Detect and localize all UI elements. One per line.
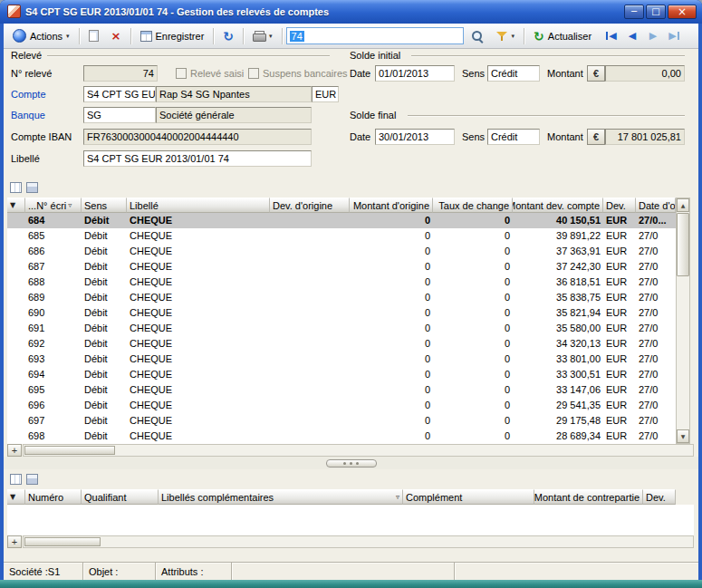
table-row[interactable]: 684 Débit CHEQUE 0 0 40 150,51 EUR 27/0.…	[7, 213, 676, 228]
solde-final-sens-field[interactable]: Crédit	[487, 129, 540, 145]
row-selector-header[interactable]: ▼	[7, 489, 25, 505]
table-row[interactable]: 696 Débit CHEQUE 0 0 29 541,35 EUR 27/0	[7, 398, 676, 413]
delete-button[interactable]: ×	[106, 26, 127, 46]
horizontal-scroll-track[interactable]	[23, 444, 694, 457]
solde-initial-date-field[interactable]: 01/01/2013	[375, 65, 455, 82]
suspens-bancaires-checkbox[interactable]	[248, 68, 259, 79]
table-row[interactable]: 690 Débit CHEQUE 0 0 35 821,94 EUR 27/0	[7, 305, 676, 321]
cell-sens: Débit	[82, 290, 127, 305]
column-header-numero[interactable]: Numéro	[25, 489, 82, 505]
new-button[interactable]	[83, 26, 104, 46]
table-row[interactable]: 685 Débit CHEQUE 0 0 39 891,22 EUR 27/0	[7, 228, 676, 244]
row-selector-cell[interactable]	[7, 336, 25, 352]
scroll-thumb[interactable]	[677, 213, 689, 276]
table-row[interactable]: 694 Débit CHEQUE 0 0 33 300,51 EUR 27/0	[7, 367, 676, 382]
row-selector-cell[interactable]	[7, 305, 25, 321]
num-releve-field[interactable]: 74	[83, 65, 158, 82]
table-row[interactable]: 693 Débit CHEQUE 0 0 33 801,00 EUR 27/0	[7, 352, 676, 367]
nav-last-button[interactable]: ▶	[665, 27, 683, 45]
titlebar[interactable]: S4 CPT SG EUR 2013/01/01 74 - Gestion de…	[0, 0, 702, 24]
table-row[interactable]: 689 Débit CHEQUE 0 0 35 838,75 EUR 27/0	[7, 290, 676, 305]
column-header-libelles-complementaires[interactable]: Libellés complémentaires▿	[159, 489, 403, 505]
minimize-button[interactable]: ─	[624, 5, 644, 19]
column-header-qualifiant[interactable]: Qualifiant	[82, 489, 159, 505]
table-row[interactable]: 695 Débit CHEQUE 0 0 33 147,06 EUR 27/0	[7, 382, 676, 398]
cell-date-operation: 27/0	[636, 413, 676, 429]
euro-currency-button[interactable]: €	[587, 129, 605, 145]
grid-columns-icon[interactable]	[10, 474, 22, 485]
nav-previous-button[interactable]: ◀	[623, 27, 641, 45]
table-row[interactable]: 698 Débit CHEQUE 0 0 28 689,34 EUR 27/0	[7, 429, 676, 444]
search-button[interactable]	[466, 26, 489, 46]
horizontal-scroll-thumb[interactable]	[24, 537, 101, 546]
row-selector-cell[interactable]	[7, 321, 25, 336]
nav-first-button[interactable]: ◀	[602, 27, 620, 45]
table-row[interactable]: 688 Débit CHEQUE 0 0 36 818,51 EUR 27/0	[7, 275, 676, 290]
table-row[interactable]: 692 Débit CHEQUE 0 0 34 320,13 EUR 27/0	[7, 336, 676, 352]
row-selector-cell[interactable]	[7, 290, 25, 305]
solde-initial-montant-field[interactable]: 0,00	[605, 65, 685, 82]
nav-next-button[interactable]: ▶	[644, 27, 662, 45]
row-selector-cell[interactable]	[7, 352, 25, 367]
solde-final-date-field[interactable]: 30/01/2013	[375, 129, 455, 145]
grid-columns-icon[interactable]	[10, 182, 22, 193]
row-selector-cell[interactable]	[7, 244, 25, 259]
column-header-taux-change[interactable]: Taux de change	[433, 198, 513, 213]
column-header-montant-dev-compte[interactable]: Montant dev. compte	[513, 198, 603, 213]
column-header-dev-origine[interactable]: Dev. d'origine	[270, 198, 350, 213]
compte-link-label[interactable]: Compte	[11, 89, 46, 100]
add-row-button[interactable]: +	[7, 444, 22, 457]
row-selector-cell[interactable]	[7, 259, 25, 275]
table-row[interactable]: 687 Débit CHEQUE 0 0 37 242,30 EUR 27/0	[7, 259, 676, 275]
grid-export-icon[interactable]	[26, 474, 38, 485]
column-header-complement[interactable]: Complément	[403, 489, 534, 505]
add-row-button[interactable]: +	[7, 535, 22, 548]
libelle-field[interactable]: S4 CPT SG EUR 2013/01/01 74	[83, 150, 312, 167]
table-row[interactable]: 691 Débit CHEQUE 0 0 35 580,00 EUR 27/0	[7, 321, 676, 336]
solde-initial-sens-field[interactable]: Crédit	[487, 65, 540, 82]
row-selector-cell[interactable]	[7, 367, 25, 382]
row-selector-cell[interactable]	[7, 382, 25, 398]
refresh-data-button[interactable]: ↻	[217, 26, 239, 46]
row-selector-cell[interactable]	[7, 275, 25, 290]
banque-link-label[interactable]: Banque	[11, 110, 45, 120]
main-grid-vertical-scrollbar[interactable]: ▲ ▼	[676, 198, 690, 444]
horizontal-scroll-thumb[interactable]	[24, 446, 115, 455]
column-header-dev[interactable]: Dev.	[603, 198, 636, 213]
scroll-down-button[interactable]: ▼	[677, 429, 689, 443]
row-selector-cell[interactable]	[7, 398, 25, 413]
row-selector-cell[interactable]	[7, 429, 25, 444]
maximize-button[interactable]: □	[646, 5, 666, 19]
row-selector-cell[interactable]	[7, 413, 25, 429]
save-button[interactable]: Enregistrer	[135, 26, 210, 46]
horizontal-scroll-track[interactable]	[23, 535, 694, 548]
scroll-up-button[interactable]: ▲	[677, 198, 689, 212]
solde-final-montant-field[interactable]: 17 801 025,81	[605, 129, 685, 145]
column-header-dev[interactable]: Dev.	[643, 489, 676, 505]
search-input[interactable]: 74	[286, 27, 464, 44]
column-header-montant-contrepartie[interactable]: Montant de contrepartie	[534, 489, 643, 505]
iban-label: Compte IBAN	[11, 131, 72, 142]
banque-code-field[interactable]: SG	[83, 107, 156, 123]
filter-button[interactable]: ▾	[491, 26, 521, 46]
splitter-handle[interactable]	[326, 459, 377, 468]
table-row[interactable]: 686 Débit CHEQUE 0 0 37 363,91 EUR 27/0	[7, 244, 676, 259]
row-selector-header[interactable]: ▼	[7, 198, 25, 213]
column-header-sens[interactable]: Sens	[82, 198, 127, 213]
table-row[interactable]: 697 Débit CHEQUE 0 0 29 175,48 EUR 27/0	[7, 413, 676, 429]
column-header-date-operation[interactable]: Date d'opé...	[636, 198, 676, 213]
grid-export-icon[interactable]	[26, 182, 38, 193]
euro-currency-button[interactable]: €	[587, 65, 605, 82]
column-header-libelle[interactable]: Libellé	[127, 198, 270, 213]
print-button[interactable]: ▾	[247, 26, 278, 46]
column-header-num-ecriture[interactable]: ...N° écri▿	[25, 198, 82, 213]
close-button[interactable]: ×	[668, 5, 697, 19]
actualiser-button[interactable]: ↻ Actualiser	[528, 26, 597, 46]
row-selector-cell[interactable]	[7, 213, 25, 228]
compte-code-field[interactable]: S4 CPT SG EUR	[83, 86, 156, 102]
cell-dev-origine	[270, 228, 350, 244]
actions-button[interactable]: Actions ▾	[7, 26, 75, 46]
releve-saisi-checkbox[interactable]	[176, 68, 187, 79]
row-selector-cell[interactable]	[7, 228, 25, 244]
column-header-montant-origine[interactable]: Montant d'origine	[350, 198, 433, 213]
